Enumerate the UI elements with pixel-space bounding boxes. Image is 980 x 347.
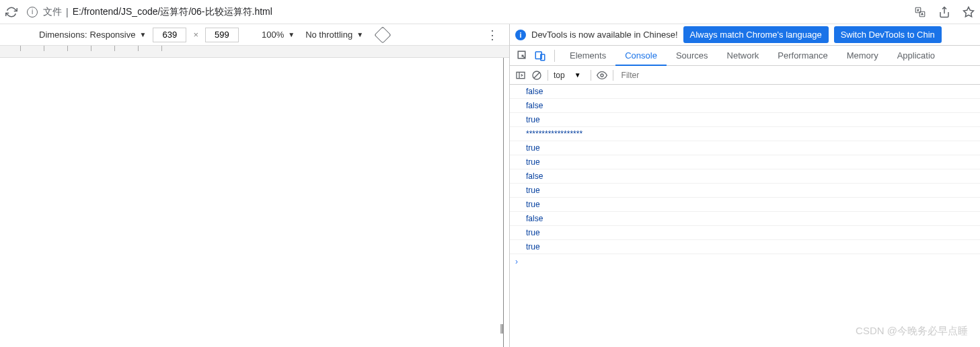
console-log-row: true — [510, 113, 980, 127]
console-log-row: false — [510, 85, 980, 99]
console-output: false false true ****************** true… — [510, 85, 980, 347]
console-log-row: true — [510, 155, 980, 169]
devtools-panel: i DevTools is now available in Chinese! … — [510, 24, 980, 347]
switch-devtools-button[interactable]: Switch DevTools to Chin — [834, 26, 942, 43]
svg-point-10 — [601, 74, 603, 77]
rotate-icon[interactable] — [374, 26, 391, 43]
console-log-row: false — [510, 169, 980, 184]
console-log-row: true — [510, 141, 980, 155]
console-log-row: ****************** — [510, 127, 980, 141]
svg-rect-6 — [517, 72, 525, 78]
url-scheme-label: 文件 — [43, 6, 62, 18]
console-log-row: true — [510, 226, 980, 240]
more-menu-icon[interactable]: ⋮ — [486, 28, 498, 42]
svg-marker-2 — [964, 7, 974, 16]
device-preview-panel: Dimensions: Responsive ▼ × 100% ▼ No thr… — [0, 24, 510, 347]
info-icon[interactable]: i — [27, 7, 38, 17]
devtools-tabs: Elements Console Sources Network Perform… — [510, 46, 980, 66]
zoom-select[interactable]: 100% — [262, 30, 284, 40]
device-mode-select[interactable]: Responsive — [90, 30, 136, 40]
console-log-row: true — [510, 184, 980, 198]
infobar-message: DevTools is now available in Chinese! — [531, 30, 678, 40]
console-toolbar: top ▼ — [510, 66, 980, 85]
console-prompt[interactable]: › — [510, 254, 980, 269]
chevron-down-icon: ▼ — [139, 31, 146, 38]
tab-elements[interactable]: Elements — [560, 46, 615, 66]
height-input[interactable] — [205, 28, 239, 42]
url-path: E:/frontend/JS_code/运算符/06-比较运算符.html — [73, 6, 272, 18]
address-bar: i 文件 | E:/frontend/JS_code/运算符/06-比较运算符.… — [0, 0, 980, 24]
console-log-row: false — [510, 99, 980, 113]
console-log-row: false — [510, 212, 980, 226]
always-match-button[interactable]: Always match Chrome's language — [683, 26, 829, 43]
viewport-area — [0, 58, 504, 347]
dimension-times: × — [193, 30, 198, 40]
tab-console[interactable]: Console — [615, 46, 667, 66]
url-separator: | — [66, 7, 69, 17]
language-infobar: i DevTools is now available in Chinese! … — [510, 24, 980, 46]
ruler — [0, 46, 509, 58]
chevron-down-icon: ▼ — [288, 31, 295, 38]
context-select[interactable]: top — [554, 71, 565, 80]
share-icon[interactable] — [938, 6, 950, 18]
inspect-icon[interactable] — [517, 50, 529, 62]
device-toggle-icon[interactable] — [534, 50, 546, 62]
filter-input[interactable] — [619, 69, 975, 81]
tab-application[interactable]: Applicatio — [888, 46, 944, 66]
dimensions-label: Dimensions: — [39, 30, 87, 40]
tab-sources[interactable]: Sources — [667, 46, 718, 66]
eye-icon[interactable] — [597, 70, 607, 81]
console-log-row: true — [510, 240, 980, 254]
console-log-row: true — [510, 198, 980, 212]
translate-icon[interactable] — [914, 6, 926, 18]
throttling-select[interactable]: No throttling — [305, 30, 352, 40]
sidebar-toggle-icon[interactable] — [515, 70, 526, 81]
device-toolbar: Dimensions: Responsive ▼ × 100% ▼ No thr… — [0, 24, 509, 46]
reload-icon[interactable] — [5, 6, 17, 18]
width-input[interactable] — [153, 28, 186, 42]
tab-network[interactable]: Network — [718, 46, 769, 66]
tab-performance[interactable]: Performance — [768, 46, 837, 66]
info-circle-icon: i — [515, 30, 526, 40]
tab-memory[interactable]: Memory — [837, 46, 888, 66]
clear-console-icon[interactable] — [531, 70, 542, 81]
chevron-down-icon: ▼ — [356, 31, 363, 38]
star-icon[interactable] — [963, 6, 975, 18]
svg-line-9 — [534, 73, 539, 78]
chevron-down-icon: ▼ — [574, 71, 581, 79]
resize-handle[interactable]: ||| — [500, 323, 503, 334]
